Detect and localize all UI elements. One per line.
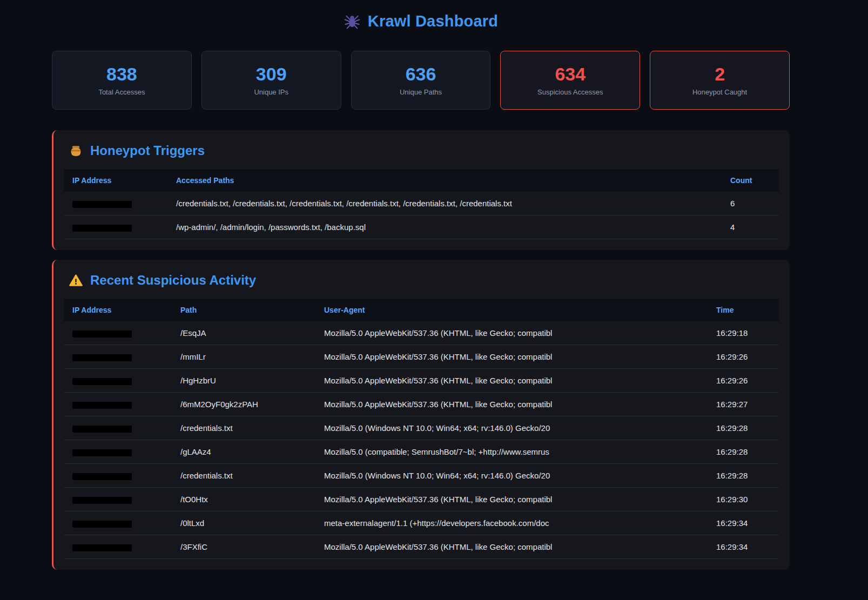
column-header-user-agent: User-Agent	[315, 299, 708, 321]
redacted-ip-bar	[72, 225, 132, 232]
suspicious-row: /0ltLxd meta-externalagent/1.1 (+https:/…	[64, 511, 779, 535]
stat-label: Total Accesses	[52, 88, 191, 96]
ip-cell	[64, 416, 172, 440]
time-cell: 16:29:34	[708, 511, 779, 535]
time-cell: 16:29:28	[708, 416, 779, 440]
path-cell: /6mM2OyF0gk2zPAH	[172, 393, 315, 416]
path-cell: /credentials.txt	[172, 464, 315, 488]
path-cell: /gLAAz4	[172, 440, 315, 464]
suspicious-panel-title: Recent Suspicious Activity	[64, 273, 779, 288]
suspicious-header-row: IP Address Path User-Agent Time	[64, 299, 779, 321]
stat-label: Unique IPs	[202, 88, 341, 96]
user-agent-cell: Mozilla/5.0 (compatible; SemrushBot/7~bl…	[315, 440, 708, 464]
ip-cell	[64, 440, 172, 464]
ip-cell	[64, 393, 172, 416]
suspicious-row: /credentials.txt Mozilla/5.0 (Windows NT…	[64, 464, 779, 488]
time-cell: 16:29:27	[708, 393, 779, 416]
accessed-paths-cell: /wp-admin/, /admin/login, /passwords.txt…	[167, 215, 722, 239]
time-cell: 16:29:34	[708, 535, 779, 559]
ip-cell	[64, 215, 167, 239]
suspicious-row: /EsqJA Mozilla/5.0 AppleWebKit/537.36 (K…	[64, 321, 779, 345]
suspicious-activity-table: IP Address Path User-Agent Time /EsqJA M…	[64, 299, 779, 559]
column-header-ip: IP Address	[64, 299, 172, 321]
honeypot-panel-title: Honeypot Triggers	[64, 143, 779, 158]
suspicious-row: /HgHzbrU Mozilla/5.0 AppleWebKit/537.36 …	[64, 369, 779, 393]
ip-cell	[64, 464, 172, 488]
spider-icon	[344, 12, 361, 30]
redacted-ip-bar	[72, 201, 132, 208]
honeypot-row: /credentials.txt, /credentials.txt, /cre…	[64, 192, 779, 215]
redacted-ip-bar	[72, 402, 132, 409]
stat-value: 309	[202, 65, 341, 83]
suspicious-row: /credentials.txt Mozilla/5.0 (Windows NT…	[64, 416, 779, 440]
time-cell: 16:29:28	[708, 464, 779, 488]
warning-icon	[69, 273, 83, 288]
honeypot-panel: Honeypot Triggers IP Address Accessed Pa…	[52, 130, 790, 250]
time-cell: 16:29:28	[708, 440, 779, 464]
path-cell: /3FXfiC	[172, 535, 315, 559]
path-cell: /credentials.txt	[172, 416, 315, 440]
page-title: Krawl Dashboard	[368, 12, 499, 30]
user-agent-cell: Mozilla/5.0 AppleWebKit/537.36 (KHTML, l…	[315, 535, 708, 559]
ip-cell	[64, 345, 172, 369]
stat-value: 636	[352, 65, 490, 83]
dashboard-page: Krawl Dashboard 838 Total Accesses 309 U…	[52, 0, 790, 570]
stat-card: 634 Suspicious Accesses	[500, 51, 640, 110]
stat-card: 838 Total Accesses	[52, 51, 192, 110]
stat-label: Unique Paths	[352, 88, 490, 96]
redacted-ip-bar	[72, 426, 132, 433]
column-header-count: Count	[722, 169, 779, 192]
stat-value: 838	[52, 65, 191, 83]
honeypot-row: /wp-admin/, /admin/login, /passwords.txt…	[64, 215, 779, 239]
suspicious-row: /gLAAz4 Mozilla/5.0 (compatible; Semrush…	[64, 440, 779, 464]
redacted-ip-bar	[72, 354, 132, 361]
user-agent-cell: Mozilla/5.0 (Windows NT 10.0; Win64; x64…	[315, 464, 708, 488]
ip-cell	[64, 192, 167, 215]
stat-card: 636 Unique Paths	[351, 51, 491, 110]
page-header: Krawl Dashboard	[52, 0, 790, 31]
redacted-ip-bar	[72, 521, 132, 528]
suspicious-title-text: Recent Suspicious Activity	[90, 273, 256, 288]
redacted-ip-bar	[72, 473, 132, 480]
honeypot-icon	[69, 144, 83, 158]
column-header-path: Path	[172, 299, 315, 321]
stat-value: 2	[650, 65, 789, 83]
suspicious-activity-panel: Recent Suspicious Activity IP Address Pa…	[52, 260, 790, 570]
stats-row: 838 Total Accesses 309 Unique IPs 636 Un…	[52, 51, 790, 110]
ip-cell	[64, 369, 172, 393]
redacted-ip-bar	[72, 331, 132, 338]
path-cell: /tO0Htx	[172, 488, 315, 511]
stat-label: Suspicious Accesses	[501, 88, 640, 96]
user-agent-cell: Mozilla/5.0 AppleWebKit/537.36 (KHTML, l…	[315, 393, 708, 416]
time-cell: 16:29:30	[708, 488, 779, 511]
user-agent-cell: meta-externalagent/1.1 (+https://develop…	[315, 511, 708, 535]
honeypot-title-text: Honeypot Triggers	[90, 143, 205, 158]
stat-label: Honeypot Caught	[650, 88, 789, 96]
user-agent-cell: Mozilla/5.0 AppleWebKit/537.36 (KHTML, l…	[315, 321, 708, 345]
stat-card: 309 Unique IPs	[201, 51, 341, 110]
time-cell: 16:29:26	[708, 345, 779, 369]
honeypot-header-row: IP Address Accessed Paths Count	[64, 169, 779, 192]
accessed-paths-cell: /credentials.txt, /credentials.txt, /cre…	[167, 192, 722, 215]
suspicious-row: /tO0Htx Mozilla/5.0 AppleWebKit/537.36 (…	[64, 488, 779, 511]
path-cell: /EsqJA	[172, 321, 315, 345]
count-cell: 4	[722, 215, 779, 239]
path-cell: /HgHzbrU	[172, 369, 315, 393]
redacted-ip-bar	[72, 378, 132, 385]
suspicious-row: /6mM2OyF0gk2zPAH Mozilla/5.0 AppleWebKit…	[64, 393, 779, 416]
path-cell: /0ltLxd	[172, 511, 315, 535]
ip-cell	[64, 511, 172, 535]
user-agent-cell: Mozilla/5.0 (Windows NT 10.0; Win64; x64…	[315, 416, 708, 440]
suspicious-row: /3FXfiC Mozilla/5.0 AppleWebKit/537.36 (…	[64, 535, 779, 559]
honeypot-table: IP Address Accessed Paths Count /credent…	[64, 169, 779, 239]
suspicious-row: /mmILr Mozilla/5.0 AppleWebKit/537.36 (K…	[64, 345, 779, 369]
column-header-time: Time	[708, 299, 779, 321]
stat-value: 634	[501, 65, 640, 83]
time-cell: 16:29:26	[708, 369, 779, 393]
redacted-ip-bar	[72, 497, 132, 504]
count-cell: 6	[722, 192, 779, 215]
ip-cell	[64, 488, 172, 511]
ip-cell	[64, 535, 172, 559]
ip-cell	[64, 321, 172, 345]
column-header-paths: Accessed Paths	[167, 169, 722, 192]
